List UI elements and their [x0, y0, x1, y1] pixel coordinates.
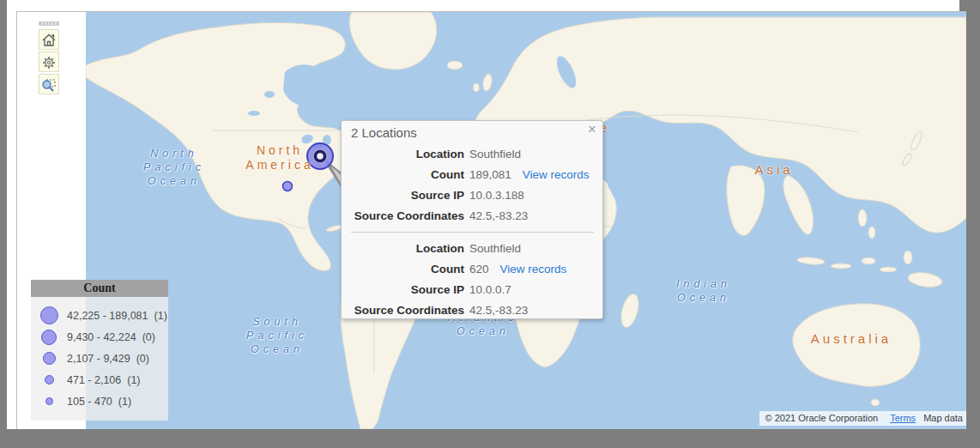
- north-pacific-ocean-label: North Pacific Ocean: [143, 147, 205, 188]
- toolbar-drag-handle[interactable]: [39, 21, 59, 26]
- location-record: Location Southfield Count 189,081 View r…: [342, 143, 602, 226]
- source-ip-value: 10.0.0.7: [469, 283, 511, 296]
- legend-item: 2,107 - 9,429 (0): [31, 348, 168, 369]
- location-value: Southfield: [469, 148, 521, 160]
- location-value: Southfield: [469, 242, 521, 255]
- screen: North Pacific Ocean South Pacific Ocean …: [0, 0, 980, 448]
- source-ip-label: Source IP: [342, 189, 464, 202]
- tasmania-land: [871, 399, 880, 406]
- map-data-text: Map data: [923, 413, 963, 423]
- legend-item: 105 - 470 (1): [31, 390, 168, 412]
- map-attribution: © 2021 Oracle CorporationTermsMap data: [759, 411, 966, 426]
- home-button[interactable]: [39, 29, 59, 50]
- source-ip-label: Source IP: [342, 283, 464, 296]
- count-legend: Count 42,225 - 189,081 (1) 9,430 - 42,22…: [31, 280, 168, 421]
- bubble-icon: [40, 306, 58, 324]
- view-records-link[interactable]: View records: [523, 168, 590, 181]
- asia-label: Asia: [754, 162, 793, 177]
- ireland-land: [474, 83, 480, 92]
- locations-popup: 2 Locations × Location Southfield Count …: [341, 120, 603, 319]
- copyright-text: © 2021 Oracle Corporation: [765, 413, 879, 423]
- source-coordinates-label: Source Coordinates: [342, 209, 464, 222]
- bubble-icon: [41, 330, 57, 345]
- panel-border: [16, 11, 17, 429]
- source-coordinates-label: Source Coordinates: [342, 304, 464, 317]
- view-records-link[interactable]: View records: [500, 263, 567, 275]
- marquee-zoom-button[interactable]: [39, 74, 59, 94]
- terms-link[interactable]: Terms: [890, 413, 916, 423]
- count-label: Count: [342, 168, 464, 181]
- location-label: Location: [342, 148, 464, 160]
- bubble-icon: [45, 397, 53, 405]
- location-marker[interactable]: [283, 182, 293, 191]
- map-toolbar: [39, 21, 59, 94]
- count-label: Count: [342, 263, 464, 275]
- marquee-zoom-icon: [41, 77, 57, 93]
- legend-title: Count: [31, 280, 168, 297]
- source-ip-value: 10.0.3.188: [469, 189, 524, 202]
- count-value: 620: [469, 263, 489, 275]
- settings-button[interactable]: [39, 51, 59, 72]
- close-icon[interactable]: ×: [588, 122, 596, 136]
- legend-item: 9,430 - 42,224 (0): [31, 326, 168, 348]
- south-pacific-ocean-label: South Pacific Ocean: [246, 315, 308, 356]
- australia-label: Australia: [811, 331, 892, 346]
- popup-title: 2 Locations: [351, 125, 417, 140]
- legend-item: 471 - 2,106 (1): [31, 369, 168, 390]
- location-record: Location Southfield Count 620 View recor…: [342, 238, 602, 320]
- bubble-icon: [45, 375, 54, 384]
- source-coordinates-value: 42.5,-83.23: [469, 209, 528, 222]
- iceland-land: [447, 61, 463, 70]
- record-divider: [351, 232, 594, 233]
- map-visualization-window: North Pacific Ocean South Pacific Ocean …: [7, 0, 959, 429]
- north-america-label: North America: [245, 143, 313, 173]
- black-sea: [600, 136, 639, 149]
- home-icon: [41, 33, 57, 48]
- legend-body: 42,225 - 189,081 (1) 9,430 - 42,224 (0) …: [31, 297, 168, 421]
- location-label: Location: [342, 242, 464, 255]
- gear-icon: [41, 55, 57, 70]
- bubble-icon: [43, 352, 56, 365]
- source-coordinates-value: 42.5,-83.23: [469, 304, 528, 317]
- legend-item: 42,225 - 189,081 (1): [31, 305, 168, 326]
- popup-records: Location Southfield Count 189,081 View r…: [342, 143, 602, 320]
- indian-ocean-label: Indian Ocean: [676, 277, 731, 305]
- count-value: 189,081: [469, 168, 511, 181]
